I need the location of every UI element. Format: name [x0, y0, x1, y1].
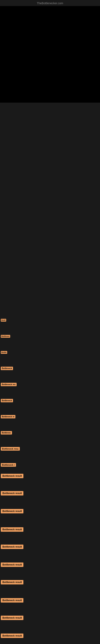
- result-badge: Bottl: [1, 319, 6, 322]
- result-badge: Bottleneck result: [1, 616, 23, 620]
- result-badge: Bottlenec: [1, 335, 10, 338]
- site-title: TheBottlenecker.com: [37, 2, 63, 5]
- result-item: Bottl: [1, 318, 6, 322]
- result-item: Bottlenec: [1, 431, 12, 434]
- result-item: Bottleneck result: [1, 544, 23, 549]
- result-badge: Bottleneck resu: [1, 447, 20, 450]
- result-badge: Bottleneck result: [1, 491, 23, 496]
- result-item: Bottleneck re: [1, 414, 15, 418]
- result-badge: Bottleneck: [1, 399, 13, 402]
- result-badge: Bottleneck: [1, 367, 13, 370]
- result-badge: Bottleneck re: [1, 415, 15, 418]
- result-item: Bottleneck: [1, 398, 13, 402]
- result-badge: Bottlenec: [1, 431, 12, 434]
- result-item: Bottle: [1, 350, 7, 354]
- result-item: Bottleneck resu: [1, 447, 20, 450]
- result-item: Bottleneck result: [1, 598, 23, 602]
- result-item: Bottlenec: [1, 334, 10, 338]
- result-item: Bottleneck result: [1, 634, 23, 638]
- result-badge: Bottleneck result: [1, 544, 23, 549]
- result-badge: Bottle: [1, 351, 7, 354]
- result-badge: Bottleneck result: [1, 598, 23, 602]
- result-item: Bottleneck result: [1, 509, 23, 514]
- result-badge: Bottleneck result: [1, 474, 23, 478]
- result-badge: Bottleneck res: [1, 383, 17, 386]
- result-item: Bottleneck result: [1, 491, 23, 496]
- result-item: Bottleneck result: [1, 474, 23, 478]
- result-badge: Bottleneck result: [1, 562, 23, 567]
- result-badge: Bottleneck result: [1, 634, 23, 638]
- result-item: Bottleneck result: [1, 616, 23, 620]
- result-badge: Bottleneck result: [1, 580, 23, 584]
- result-item: Bottleneck result: [1, 580, 23, 584]
- result-item: Bottleneck: [1, 366, 13, 370]
- result-badge: Bottleneck r: [1, 463, 16, 467]
- result-item: Bottleneck r: [1, 463, 16, 467]
- result-item: Bottleneck result: [1, 527, 23, 532]
- chart-area: [0, 6, 100, 103]
- result-item: Bottleneck res: [1, 382, 17, 386]
- result-badge: Bottleneck result: [1, 527, 23, 532]
- result-item: Bottleneck result: [1, 562, 23, 567]
- result-badge: Bottleneck result: [1, 509, 23, 514]
